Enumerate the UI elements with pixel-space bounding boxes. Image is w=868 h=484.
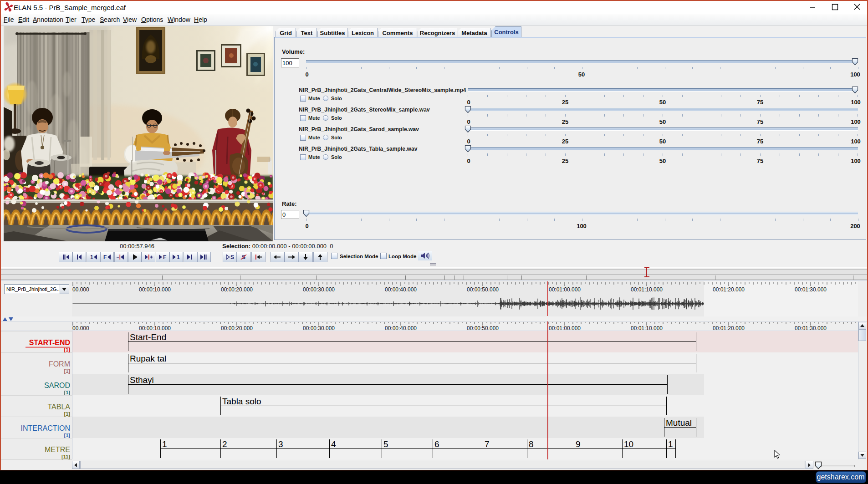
svg-text:[1]: [1] — [64, 411, 71, 417]
svg-text:1: 1 — [162, 439, 167, 449]
svg-text:8: 8 — [529, 439, 534, 449]
svg-text:10: 10 — [624, 439, 633, 449]
svg-text:[1]: [1] — [64, 433, 71, 438]
svg-text:4: 4 — [331, 439, 336, 449]
svg-text:[11]: [11] — [61, 454, 70, 459]
svg-text:FORM: FORM — [49, 360, 70, 368]
svg-text:00:00:30.000: 00:00:30.000 — [303, 325, 335, 331]
svg-text:00:00:50.000: 00:00:50.000 — [467, 325, 499, 331]
svg-text:00:00:20.000: 00:00:20.000 — [221, 325, 253, 331]
svg-text:7: 7 — [485, 439, 490, 449]
svg-text:6: 6 — [434, 439, 439, 449]
svg-text:00:00:10.000: 00:00:10.000 — [139, 325, 171, 331]
svg-text:00:01:10.000: 00:01:10.000 — [631, 325, 663, 331]
svg-text:9: 9 — [576, 439, 581, 449]
svg-text:[1]: [1] — [64, 347, 71, 352]
svg-text:5: 5 — [383, 439, 388, 449]
svg-text:Sthayi: Sthayi — [130, 375, 154, 385]
svg-text:00:01:20.000: 00:01:20.000 — [713, 325, 745, 331]
svg-text:Rupak tal: Rupak tal — [130, 354, 166, 363]
svg-text:00:00:40.000: 00:00:40.000 — [385, 325, 417, 331]
svg-text:00:01:30.000: 00:01:30.000 — [795, 325, 827, 331]
svg-text:INTERACTION: INTERACTION — [21, 424, 70, 432]
svg-text:START-END: START-END — [29, 339, 70, 346]
svg-text:2: 2 — [222, 439, 227, 449]
svg-text:3: 3 — [278, 439, 283, 449]
svg-text:00.000: 00.000 — [72, 325, 89, 331]
svg-text:Mutual: Mutual — [666, 418, 692, 428]
svg-text:[1]: [1] — [64, 390, 71, 395]
svg-text:SAROD: SAROD — [44, 382, 70, 389]
svg-text:METRE: METRE — [45, 446, 70, 453]
svg-text:1: 1 — [668, 439, 673, 449]
svg-text:00:01:00.000: 00:01:00.000 — [549, 325, 581, 331]
svg-text:TABLA: TABLA — [48, 403, 71, 411]
svg-text:Start-End: Start-End — [130, 332, 166, 342]
svg-text:[1]: [1] — [64, 368, 71, 374]
svg-text:Tabla solo: Tabla solo — [222, 397, 261, 406]
